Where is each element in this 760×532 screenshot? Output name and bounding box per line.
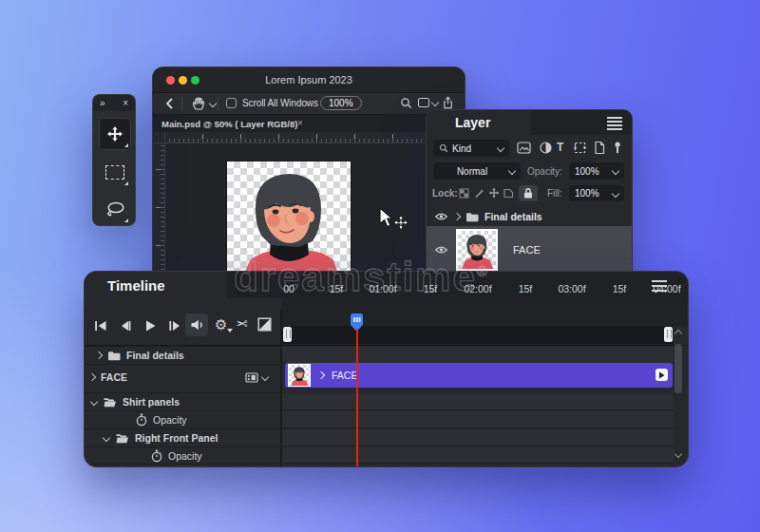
stopwatch-icon[interactable] <box>136 413 147 427</box>
move-icon <box>106 125 124 142</box>
track-lane[interactable] <box>282 411 674 428</box>
chevron-down-icon[interactable] <box>90 398 98 406</box>
lock-pixels-icon[interactable] <box>474 188 484 199</box>
fill-dropdown[interactable]: 100% <box>569 185 624 201</box>
panel-menu-icon[interactable] <box>652 280 667 282</box>
split-clip-scissors-icon[interactable]: ✂ <box>236 315 248 332</box>
filter-adjustment-icon[interactable] <box>537 141 554 155</box>
folder-open-icon <box>103 397 117 408</box>
chevron-right-icon[interactable] <box>95 352 103 359</box>
opacity-label: Opacity: <box>527 166 562 177</box>
track-row-property[interactable]: Opacity <box>85 410 281 428</box>
visibility-eye-icon[interactable] <box>434 245 448 255</box>
track-lane[interactable] <box>282 429 674 446</box>
speaker-icon <box>190 318 204 332</box>
main-window: Lorem Ipsum 2023 Scroll All Windows 100%… <box>152 66 466 285</box>
lasso-tool-button[interactable] <box>99 193 131 225</box>
video-track-menu[interactable] <box>245 372 268 383</box>
filter-pin-icon[interactable] <box>609 141 626 155</box>
settings-gear-icon[interactable]: ⚙ <box>215 316 227 333</box>
chevron-right-icon[interactable] <box>453 213 461 220</box>
lock-transparency-icon[interactable] <box>459 188 469 199</box>
layer-row-selected[interactable]: FACE <box>427 226 632 274</box>
time-ruler-label: 03:00f <box>551 283 593 294</box>
track-lane[interactable] <box>282 447 674 464</box>
time-ruler-label: 02:00f <box>457 283 499 294</box>
transition-icon[interactable] <box>257 317 272 332</box>
lock-position-icon[interactable] <box>488 187 500 199</box>
scroll-all-windows-checkbox[interactable] <box>226 98 237 108</box>
time-ruler[interactable] <box>281 298 688 326</box>
track-lane[interactable] <box>282 347 674 364</box>
layer-group-row[interactable]: Final details <box>427 207 632 226</box>
gear-dropdown-arrow <box>227 329 233 332</box>
lock-artboard-icon[interactable] <box>503 188 514 199</box>
track-lane[interactable] <box>282 393 674 410</box>
lock-all-icon[interactable] <box>519 185 538 201</box>
next-frame-button[interactable] <box>166 318 183 333</box>
time-ruler-label: 15f <box>504 283 546 294</box>
time-ruler-label: 00 <box>268 283 310 294</box>
panel-menu-icon[interactable] <box>607 117 622 119</box>
face-clip[interactable]: FACE <box>285 363 673 388</box>
scroll-down-icon[interactable] <box>674 450 682 458</box>
marquee-tool-button[interactable] <box>99 156 131 188</box>
layer-name: FACE <box>513 244 541 256</box>
screen-mode-button[interactable] <box>418 98 438 107</box>
window-titlebar[interactable]: Lorem Ipsum 2023 <box>153 67 465 93</box>
layer-panel-header: Layer <box>427 110 632 135</box>
layer-panel: Layer Kind T Normal Opacity: 100% Lock: <box>426 109 633 276</box>
filter-shape-icon[interactable] <box>590 141 607 155</box>
kind-filter-dropdown[interactable]: Kind <box>433 140 509 157</box>
play-button[interactable] <box>142 318 159 333</box>
scroll-up-icon[interactable] <box>674 330 682 337</box>
work-area-bar <box>282 326 674 344</box>
clip-label: FACE <box>332 370 357 381</box>
track-row-group[interactable]: Shirt panels <box>85 392 281 410</box>
work-area-start-handle[interactable] <box>283 327 292 342</box>
window-toolbar: Scroll All Windows 100% <box>153 93 465 115</box>
opacity-dropdown[interactable]: 100% <box>569 162 624 180</box>
vertical-scrollbar[interactable] <box>673 329 685 463</box>
track-row-layer[interactable]: FACE <box>85 364 281 390</box>
search-icon <box>439 143 448 153</box>
blend-mode-dropdown[interactable]: Normal <box>433 162 521 180</box>
layer-panel-title: Layer <box>455 115 490 130</box>
tab-close-icon[interactable]: × <box>297 118 303 128</box>
playhead-line <box>356 329 358 466</box>
hand-tool-button[interactable] <box>191 96 216 111</box>
scrollbar-thumb[interactable] <box>674 344 682 393</box>
back-button[interactable] <box>165 98 174 109</box>
palette-collapse-icon[interactable]: » <box>100 98 105 108</box>
scroll-all-windows-label: Scroll All Windows <box>242 98 318 108</box>
visibility-eye-icon[interactable] <box>434 212 448 221</box>
track-row-group[interactable]: Final details <box>85 346 281 364</box>
chevron-right-icon[interactable] <box>317 371 325 379</box>
canvas-area <box>153 132 465 284</box>
filter-smart-object-icon[interactable] <box>571 141 588 155</box>
chevron-down-icon[interactable] <box>103 434 110 442</box>
chevron-right-icon[interactable] <box>88 373 96 381</box>
clip-play-badge[interactable] <box>656 369 668 381</box>
horizontal-ruler <box>164 132 465 143</box>
share-button[interactable] <box>442 96 454 109</box>
palette-close-icon[interactable]: × <box>123 98 128 108</box>
marquee-icon <box>105 165 124 180</box>
track-row-property[interactable]: Opacity <box>85 446 281 465</box>
filter-image-icon[interactable] <box>515 141 532 155</box>
artboard[interactable] <box>227 162 351 285</box>
previous-frame-button[interactable] <box>117 318 134 333</box>
filter-type-icon[interactable]: T <box>557 141 563 154</box>
work-area-end-handle[interactable] <box>664 327 673 342</box>
go-to-first-frame-button[interactable] <box>92 318 109 333</box>
tab-bar: Main.psd @ 50% ( Layer RGB/8) × <box>153 115 465 133</box>
track-row-group[interactable]: Right Front Panel <box>85 428 281 446</box>
move-tool-button[interactable] <box>99 118 131 150</box>
search-icon[interactable] <box>400 97 412 109</box>
time-ruler-label: 01:00f <box>362 283 404 294</box>
layer-thumbnail[interactable] <box>456 229 498 271</box>
zoom-level-field[interactable]: 100% <box>320 96 362 110</box>
document-tab[interactable]: Main.psd @ 50% ( Layer RGB/8) <box>162 119 297 129</box>
audio-mute-button[interactable] <box>185 314 208 336</box>
stopwatch-icon[interactable] <box>151 449 162 463</box>
